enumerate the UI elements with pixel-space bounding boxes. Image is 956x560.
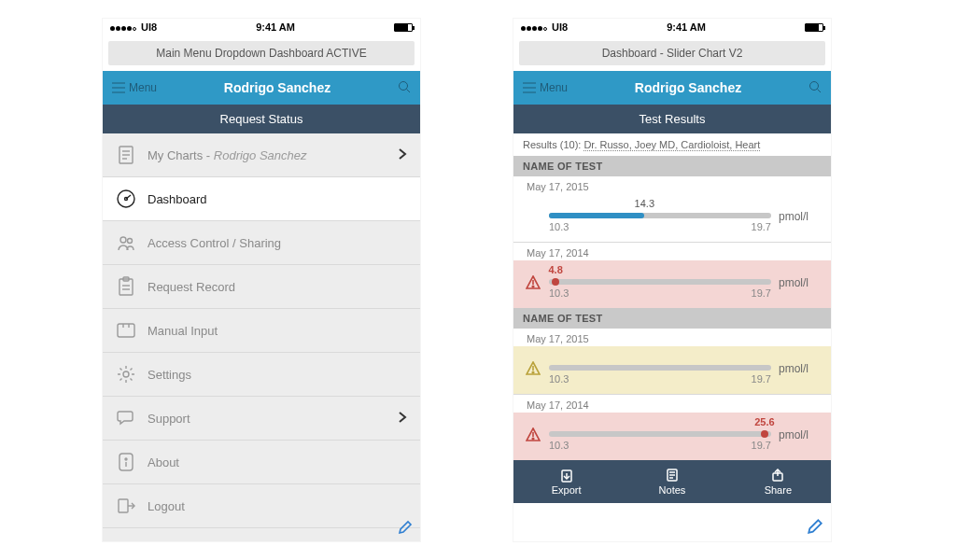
menu-item-label: About bbox=[148, 455, 407, 469]
gear-icon bbox=[116, 364, 136, 385]
gauge-icon bbox=[116, 189, 136, 209]
menu-item-mycharts[interactable]: My Charts - Rodrigo Sanchez bbox=[103, 133, 420, 177]
svg-point-12 bbox=[120, 237, 126, 243]
result-slider: 10.319.7 bbox=[549, 352, 771, 385]
app-bar: Menu Rodrigo Sanchez bbox=[103, 71, 420, 105]
menu-item-label: My Charts - Rodrigo Sanchez bbox=[148, 148, 387, 162]
menu-item-label: Access Control / Sharing bbox=[148, 236, 407, 250]
page-title: Rodrigo Sanchez bbox=[224, 80, 330, 95]
notes-button[interactable]: Notes bbox=[619, 460, 724, 503]
export-button[interactable]: Export bbox=[513, 460, 619, 503]
menu-item-request[interactable]: Request Record bbox=[103, 265, 420, 309]
menu-item-manual[interactable]: Manual Input bbox=[103, 309, 420, 353]
battery-icon bbox=[394, 23, 413, 32]
result-row[interactable]: 14.3 10.319.7 pmol/l bbox=[513, 194, 831, 242]
signal-dots-icon bbox=[110, 21, 137, 33]
menu-item-dashboard[interactable]: Dashboard bbox=[103, 177, 420, 221]
menu-label: Menu bbox=[129, 81, 157, 94]
result-date: May 17, 2014 bbox=[513, 243, 831, 260]
toolbar-label: Notes bbox=[659, 484, 686, 496]
menu-item-label: Request Record bbox=[148, 280, 407, 294]
result-slider: 4.8 10.319.7 bbox=[549, 266, 771, 299]
svg-line-31 bbox=[817, 89, 821, 92]
result-value: 14.3 bbox=[635, 198, 654, 209]
warning-icon bbox=[525, 275, 541, 290]
search-button[interactable] bbox=[398, 80, 411, 96]
svg-point-34 bbox=[532, 286, 534, 287]
chevron-right-icon bbox=[398, 147, 407, 163]
document-icon bbox=[116, 145, 136, 165]
result-slider: 25.6 10.319.7 bbox=[549, 418, 771, 451]
phone-left: UI8 9:41 AM Main Menu Dropdown Dashboard… bbox=[103, 19, 420, 541]
menu-item-logout[interactable]: Logout bbox=[103, 484, 420, 528]
clipboard-icon bbox=[116, 276, 136, 297]
svg-point-23 bbox=[125, 458, 127, 460]
svg-rect-25 bbox=[119, 499, 128, 512]
menu-item-label: Dashboard bbox=[148, 192, 407, 206]
toolbar-label: Export bbox=[552, 484, 582, 496]
app-bar: Menu Rodrigo Sanchez bbox=[513, 71, 831, 105]
clock-label: 9:41 AM bbox=[667, 21, 706, 33]
svg-point-13 bbox=[128, 239, 133, 244]
result-unit: pmol/l bbox=[779, 210, 820, 223]
status-bar: UI8 9:41 AM bbox=[103, 19, 420, 35]
input-icon bbox=[116, 320, 136, 341]
sub-header: Request Status bbox=[103, 105, 420, 133]
main-menu-list: My Charts - Rodrigo Sanchez Dashboard Ac… bbox=[103, 133, 420, 541]
menu-item-label: Logout bbox=[148, 499, 407, 513]
warning-icon bbox=[525, 427, 541, 442]
result-date: May 17, 2015 bbox=[513, 329, 831, 346]
result-date: May 17, 2015 bbox=[513, 176, 831, 194]
menu-button[interactable]: Menu bbox=[112, 81, 157, 94]
result-row-alert[interactable]: 4.8 10.319.7 pmol/l bbox=[513, 260, 831, 308]
menu-label: Menu bbox=[540, 81, 568, 94]
svg-point-3 bbox=[399, 81, 407, 90]
result-value: 25.6 bbox=[754, 416, 774, 427]
screen-title-chip: Main Menu Dropdown Dashboard ACTIVE bbox=[108, 41, 415, 65]
result-row-caution[interactable]: 10.319.7 pmol/l bbox=[513, 346, 831, 394]
signal-dots-icon bbox=[521, 21, 548, 33]
menu-item-support[interactable]: Support bbox=[103, 397, 420, 441]
chat-icon bbox=[116, 408, 136, 428]
battery-icon bbox=[805, 23, 823, 32]
svg-rect-18 bbox=[118, 324, 134, 337]
menu-item-label: Support bbox=[148, 412, 387, 426]
result-date: May 17, 2014 bbox=[513, 395, 831, 413]
carrier-label: UI8 bbox=[552, 21, 568, 33]
menu-item-label: Manual Input bbox=[148, 324, 407, 338]
clock-label: 9:41 AM bbox=[256, 21, 295, 33]
edit-button[interactable] bbox=[398, 520, 413, 538]
menu-item-settings[interactable]: Settings bbox=[103, 353, 420, 397]
svg-point-30 bbox=[809, 81, 818, 90]
svg-line-4 bbox=[406, 89, 410, 92]
results-filter-link[interactable]: Dr. Russo, Joey MD, Cardioloist, Heart bbox=[583, 139, 760, 151]
result-unit: pmol/l bbox=[779, 276, 820, 289]
sub-header: Test Results bbox=[513, 105, 831, 133]
status-bar: UI8 9:41 AM bbox=[513, 19, 831, 35]
menu-button[interactable]: Menu bbox=[523, 81, 568, 94]
section-header: NAME OF TEST bbox=[513, 156, 831, 176]
people-icon bbox=[116, 232, 136, 253]
edit-button[interactable] bbox=[807, 518, 823, 538]
menu-item-access[interactable]: Access Control / Sharing bbox=[103, 221, 420, 265]
menu-item-label: Settings bbox=[148, 368, 407, 382]
toolbar-label: Share bbox=[765, 484, 792, 496]
info-badge-icon bbox=[116, 452, 136, 472]
page-title: Rodrigo Sanchez bbox=[635, 80, 741, 95]
warning-icon bbox=[525, 361, 541, 376]
result-row-alert[interactable]: 25.6 10.319.7 pmol/l bbox=[513, 413, 831, 460]
svg-point-37 bbox=[532, 371, 534, 373]
chevron-right-icon bbox=[398, 411, 407, 427]
result-slider: 14.3 10.319.7 bbox=[549, 200, 771, 232]
menu-item-about[interactable]: About bbox=[103, 441, 420, 484]
search-button[interactable] bbox=[808, 80, 822, 96]
bottom-toolbar: Export Notes Share bbox=[513, 460, 831, 503]
share-button[interactable]: Share bbox=[725, 460, 831, 503]
svg-point-40 bbox=[532, 438, 534, 440]
results-meta: Results (10): Dr. Russo, Joey MD, Cardio… bbox=[513, 133, 831, 156]
carrier-label: UI8 bbox=[141, 21, 157, 33]
svg-point-21 bbox=[123, 371, 129, 377]
result-value: 4.8 bbox=[548, 264, 562, 275]
screen-title-chip: Dashboard - Slider Chart V2 bbox=[519, 41, 825, 65]
result-unit: pmol/l bbox=[779, 362, 820, 375]
